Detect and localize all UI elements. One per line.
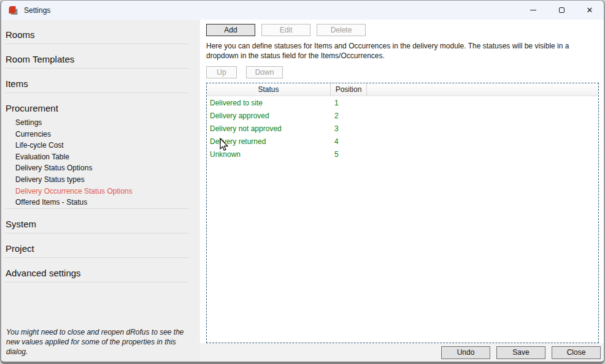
status-cell: Delivered to site bbox=[207, 99, 331, 107]
sidebar-item-delivery-status-options[interactable]: Delivery Status Options bbox=[5, 162, 200, 174]
close-button[interactable]: Close bbox=[552, 346, 601, 359]
position-cell: 3 bbox=[331, 124, 367, 133]
sidebar-item-system[interactable]: System bbox=[5, 209, 200, 233]
sidebar-item-evaluation-table[interactable]: Evaluation Table bbox=[5, 151, 200, 163]
sidebar-item-offered-items-status[interactable]: Offered Items - Status bbox=[5, 197, 200, 208]
up-button[interactable]: Up bbox=[206, 66, 237, 78]
order-toolbar: Up Down bbox=[206, 66, 599, 78]
drofus-app-icon bbox=[8, 6, 18, 15]
save-button[interactable]: Save bbox=[496, 346, 545, 359]
table-header: Status Position bbox=[207, 83, 598, 96]
status-table: Status Position Delivered to site 1 Deli… bbox=[206, 83, 599, 343]
sidebar-item-currencies[interactable]: Currencies bbox=[5, 129, 200, 140]
sidebar-item-procurement[interactable]: Procurement bbox=[5, 93, 200, 117]
position-cell: 1 bbox=[331, 99, 367, 107]
sidebar-group-advanced-settings: Advanced settings bbox=[5, 258, 200, 282]
table-row[interactable]: Delivery not approved 3 bbox=[207, 122, 598, 135]
panel-description: Here you can define statuses for Items a… bbox=[206, 42, 603, 61]
status-toolbar: Add Edit Delete bbox=[206, 24, 599, 36]
sidebar-item-items[interactable]: Items bbox=[5, 69, 200, 93]
table-row[interactable]: Unknown 5 bbox=[207, 148, 598, 161]
table-row[interactable]: Delivery approved 2 bbox=[207, 109, 598, 122]
status-cell: Delivery not approved bbox=[207, 124, 331, 133]
edit-button[interactable]: Edit bbox=[261, 24, 310, 36]
sidebar-item-room-templates[interactable]: Room Templates bbox=[5, 44, 200, 68]
down-button[interactable]: Down bbox=[246, 66, 283, 78]
table-row[interactable]: Delivered to site 1 bbox=[207, 96, 598, 109]
sidebar-group-room-templates: Room Templates bbox=[5, 44, 200, 69]
sidebar-group-procurement: Procurement Settings Currencies Life-cyc… bbox=[5, 93, 200, 209]
sidebar-group-rooms: Rooms bbox=[5, 20, 200, 44]
minimize-icon bbox=[530, 10, 536, 10]
close-window-button[interactable]: ✕ bbox=[576, 1, 604, 20]
undo-button[interactable]: Undo bbox=[441, 346, 490, 359]
close-icon: ✕ bbox=[587, 6, 593, 14]
maximize-icon bbox=[559, 7, 565, 13]
restart-note: You might need to close and reopen dRofu… bbox=[6, 327, 184, 357]
add-button[interactable]: Add bbox=[206, 24, 255, 36]
sidebar-item-delivery-status-types[interactable]: Delivery Status types bbox=[5, 174, 200, 186]
settings-sidebar: Rooms Room Templates Items Procurement S… bbox=[1, 20, 200, 362]
sidebar-item-project[interactable]: Project bbox=[5, 233, 200, 257]
sidebar-item-procurement-settings[interactable]: Settings bbox=[5, 117, 200, 129]
sidebar-group-system: System bbox=[5, 209, 200, 233]
table-row[interactable]: Delivery returned 4 bbox=[207, 135, 598, 148]
status-cell: Delivery returned bbox=[207, 137, 331, 146]
position-cell: 5 bbox=[331, 150, 367, 159]
maximize-button[interactable] bbox=[547, 1, 576, 20]
sidebar-item-life-cycle-cost[interactable]: Life-cycle Cost bbox=[5, 140, 200, 151]
sidebar-group-project: Project bbox=[5, 233, 200, 258]
status-cell: Delivery approved bbox=[207, 112, 331, 120]
position-cell: 2 bbox=[331, 112, 367, 120]
sidebar-item-rooms[interactable]: Rooms bbox=[5, 20, 200, 44]
position-cell: 4 bbox=[331, 137, 367, 146]
status-cell: Unknown bbox=[207, 150, 331, 159]
column-header-position[interactable]: Position bbox=[331, 83, 367, 96]
sidebar-item-delivery-occurrence-status-options[interactable]: Delivery Occurrence Status Options bbox=[5, 186, 200, 197]
minimize-button[interactable] bbox=[519, 1, 547, 20]
sidebar-group-items: Items bbox=[5, 69, 200, 93]
dialog-footer: Undo Save Close bbox=[200, 343, 604, 362]
window-title: Settings bbox=[24, 6, 50, 15]
titlebar: Settings ✕ bbox=[1, 1, 604, 20]
delete-button[interactable]: Delete bbox=[317, 24, 366, 36]
settings-dialog: Settings ✕ Rooms Room Templates Items Pr… bbox=[0, 0, 605, 364]
divider bbox=[5, 282, 189, 282]
delivery-occurrence-status-panel: Add Edit Delete Here you can define stat… bbox=[200, 20, 604, 362]
column-header-status[interactable]: Status bbox=[207, 83, 331, 96]
sidebar-item-advanced-settings[interactable]: Advanced settings bbox=[5, 258, 200, 282]
